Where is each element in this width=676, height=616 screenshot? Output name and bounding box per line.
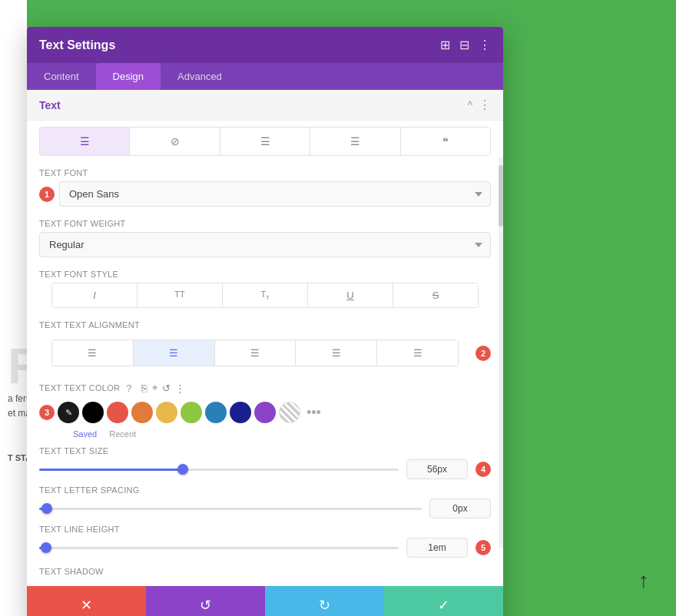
tab-content[interactable]: Content xyxy=(27,63,96,90)
text-color-label: Text Text Color xyxy=(39,383,120,392)
letter-spacing-input[interactable] xyxy=(429,498,491,518)
text-font-row: 1 Open Sans xyxy=(39,181,491,207)
text-shadow-field: Text Shadow xyxy=(27,561,503,586)
saved-recent-row: Saved Recent xyxy=(27,428,503,443)
text-font-style-field: Text Font Style I TT Tт U S xyxy=(27,263,503,314)
pencil-icon: ✎ xyxy=(65,408,72,418)
save-icon: ✓ xyxy=(438,597,449,614)
align-slash-btn[interactable]: ⊘ xyxy=(130,128,220,155)
text-settings-panel: Text Settings ⊞ ⊟ ⋮ Content Design Advan… xyxy=(27,27,503,616)
line-height-slider-row: 5 xyxy=(39,538,491,558)
swatch-black[interactable] xyxy=(82,402,104,423)
text-size-field: Text Text Size 4 xyxy=(27,443,503,482)
tabs: Content Design Advanced xyxy=(27,63,503,90)
swatch-green[interactable] xyxy=(181,402,202,423)
letter-spacing-thumb[interactable] xyxy=(41,503,52,514)
scrollbar-track xyxy=(499,157,503,548)
title-case-btn[interactable]: Tт xyxy=(223,283,308,307)
swatch-blue[interactable] xyxy=(205,402,227,423)
tab-design[interactable]: Design xyxy=(96,63,161,90)
text-size-input[interactable] xyxy=(406,459,468,479)
font-style-buttons: I TT Tт U S xyxy=(51,283,479,308)
text-font-field: Text Font 1 Open Sans xyxy=(27,162,503,213)
text-font-weight-field: Text Font Weight Regular xyxy=(27,213,503,263)
section-title: Text xyxy=(39,99,61,111)
color-menu-icon[interactable]: ⋮ xyxy=(175,383,185,394)
color-edit-swatch[interactable]: ✎ xyxy=(58,402,79,423)
text-font-label: Text Font xyxy=(39,168,491,177)
swatch-yellow[interactable] xyxy=(156,402,177,423)
text-size-slider[interactable] xyxy=(39,469,399,471)
color-question-icon[interactable]: ? xyxy=(126,383,131,394)
more-swatches[interactable]: ••• xyxy=(307,405,321,421)
text-font-select[interactable]: Open Sans xyxy=(59,181,491,207)
text-align-center-btn[interactable]: ☰ xyxy=(134,340,215,366)
swatch-none[interactable] xyxy=(279,402,300,423)
section-header: Text ^ ⋮ xyxy=(27,90,503,121)
section-menu-icon[interactable]: ⋮ xyxy=(479,98,491,112)
redo-icon: ↻ xyxy=(319,597,330,614)
focus-icon[interactable]: ⊞ xyxy=(440,38,450,52)
line-height-slider[interactable] xyxy=(39,547,399,549)
swatch-orange[interactable] xyxy=(131,402,153,423)
arrow-up-icon: ↑ xyxy=(638,568,649,593)
letter-spacing-slider[interactable] xyxy=(39,508,422,510)
collapse-icon[interactable]: ^ xyxy=(467,99,472,111)
color-tool-icons: ⎘ ⌖ ↺ ⋮ xyxy=(141,382,185,394)
text-size-fill xyxy=(39,469,183,471)
copy-color-icon[interactable]: ⎘ xyxy=(141,383,147,394)
italic-btn[interactable]: I xyxy=(52,283,138,307)
letter-spacing-slider-row xyxy=(39,498,491,518)
align-center-btn[interactable]: ☰ xyxy=(220,128,310,155)
bg-white-left xyxy=(0,0,27,616)
text-size-thumb[interactable] xyxy=(177,464,188,475)
text-align-full-btn[interactable]: ☰ xyxy=(377,340,458,366)
text-align-buttons: ☰ ☰ ☰ ☰ ☰ xyxy=(51,339,459,366)
step-5: 5 xyxy=(476,540,491,555)
saved-tab[interactable]: Saved xyxy=(73,429,97,439)
align-quote-btn[interactable]: ❝ xyxy=(401,128,490,155)
section-controls: ^ ⋮ xyxy=(467,98,491,112)
more-icon[interactable]: ⋮ xyxy=(479,38,491,52)
reset-button[interactable]: ↺ xyxy=(146,586,265,616)
text-align-justify-btn[interactable]: ☰ xyxy=(215,340,297,366)
text-size-label: Text Text Size xyxy=(39,446,491,455)
save-button[interactable]: ✓ xyxy=(384,586,503,616)
text-alignment-field: Text Text Alignment ☰ ☰ ☰ ☰ ☰ 2 xyxy=(27,314,503,379)
letter-spacing-label: Text Letter Spacing xyxy=(39,485,491,495)
align-left-btn[interactable]: ☰ xyxy=(40,128,130,155)
text-align-right-btn[interactable]: ☰ xyxy=(296,340,377,366)
text-size-slider-row: 4 xyxy=(39,459,491,479)
small-caps-btn[interactable]: TT xyxy=(138,283,223,307)
swatch-red[interactable] xyxy=(107,402,128,423)
split-icon[interactable]: ⊟ xyxy=(459,38,469,52)
scrollbar-thumb[interactable] xyxy=(499,165,503,227)
text-align-left-btn[interactable]: ☰ xyxy=(52,340,134,366)
redo-button[interactable]: ↻ xyxy=(265,586,384,616)
step-3: 3 xyxy=(39,405,55,420)
text-font-weight-select[interactable]: Regular xyxy=(39,232,491,257)
top-alignment-row: ☰ ⊘ ☰ ☰ ❝ xyxy=(39,127,491,156)
text-alignment-row: ☰ ☰ ☰ ☰ ☰ 2 xyxy=(39,333,491,373)
reset-color-icon[interactable]: ↺ xyxy=(162,383,171,394)
tab-advanced[interactable]: Advanced xyxy=(161,63,239,90)
panel-body: Text ^ ⋮ ☰ ⊘ ☰ ☰ ❝ Text Font 1 Open Sans xyxy=(27,90,503,586)
letter-spacing-field: Text Letter Spacing xyxy=(27,482,503,522)
recent-tab[interactable]: Recent xyxy=(109,429,136,439)
eyedropper-icon[interactable]: ⌖ xyxy=(152,382,157,394)
align-right-btn[interactable]: ☰ xyxy=(310,128,400,155)
swatch-purple[interactable] xyxy=(254,402,276,423)
header-icons: ⊞ ⊟ ⋮ xyxy=(440,38,491,52)
strikethrough-btn[interactable]: S xyxy=(393,283,478,307)
line-height-input[interactable] xyxy=(406,538,468,558)
panel-title: Text Settings xyxy=(39,38,115,52)
text-font-weight-label: Text Font Weight xyxy=(39,219,491,228)
line-height-field: Text Line Height 5 xyxy=(27,522,503,561)
step-1: 1 xyxy=(39,187,55,202)
reset-icon: ↺ xyxy=(200,597,211,614)
underline-btn[interactable]: U xyxy=(308,283,393,307)
line-height-thumb[interactable] xyxy=(41,542,51,553)
swatch-navy[interactable] xyxy=(230,402,251,423)
cancel-button[interactable]: ✕ xyxy=(27,586,146,616)
color-swatches: 3 ✎ ••• xyxy=(27,397,503,428)
